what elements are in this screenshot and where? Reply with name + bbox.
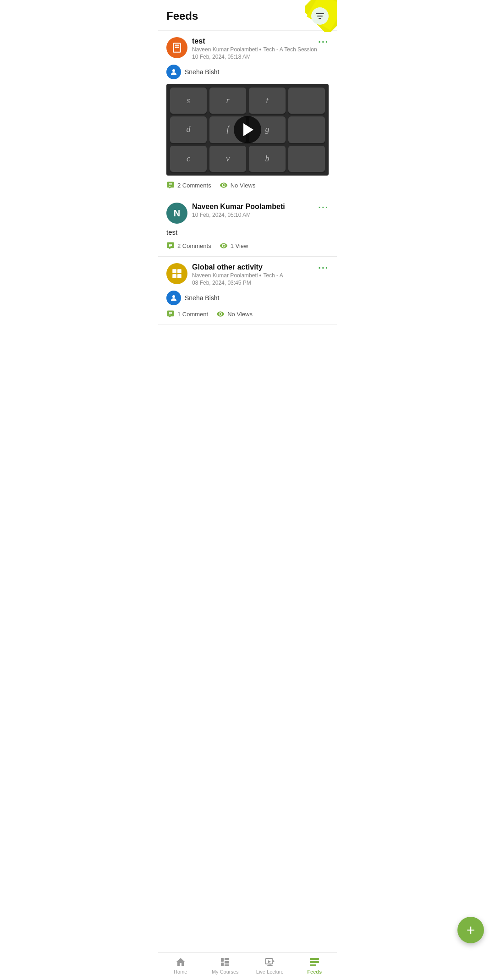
- separator-dot: [259, 275, 261, 276]
- key-blank3: [288, 146, 325, 172]
- comment-icon: [166, 181, 175, 189]
- feed-meta: Global other activity Naveen Kumar Poola…: [192, 263, 283, 286]
- svg-rect-4: [172, 269, 176, 273]
- play-triangle-icon: [243, 123, 253, 136]
- key-b: b: [249, 146, 286, 172]
- feed-stats: 2 Comments No Views: [166, 181, 329, 189]
- separator-dot: [259, 49, 261, 50]
- avatar: N: [166, 203, 187, 224]
- tagged-user-avatar: [166, 291, 181, 305]
- feed-item: N Naveen Kumar Poolambeti 10 Feb, 2024, …: [158, 196, 337, 257]
- video-thumbnail[interactable]: s r t d f g c v b: [166, 84, 329, 176]
- play-button[interactable]: [234, 116, 261, 143]
- avatar-letter: N: [174, 208, 180, 219]
- feed-title: Naveen Kumar Poolambeti: [192, 203, 285, 211]
- views-stat[interactable]: 1 View: [220, 242, 248, 250]
- feed-item: test Naveen Kumar Poolambeti Tech - A Te…: [158, 31, 337, 196]
- feed-title: Global other activity: [192, 263, 283, 271]
- filter-button[interactable]: [311, 7, 329, 25]
- comments-stat[interactable]: 1 Comment: [166, 310, 208, 318]
- feed-header: N Naveen Kumar Poolambeti 10 Feb, 2024, …: [166, 203, 329, 224]
- views-count: 1 View: [231, 242, 248, 249]
- feed-author: Naveen Kumar Poolambeti: [192, 272, 258, 279]
- views-stat[interactable]: No Views: [216, 310, 253, 318]
- feed-item: Global other activity Naveen Kumar Poola…: [158, 257, 337, 325]
- feed-channel: Tech - A: [263, 272, 283, 279]
- tagged-user-row: Sneha Bisht: [166, 291, 329, 305]
- filter-icon: [314, 11, 325, 22]
- feed-avatar-info: test Naveen Kumar Poolambeti Tech - A Te…: [166, 37, 317, 60]
- key-c: c: [170, 146, 207, 172]
- comments-stat[interactable]: 2 Comments: [166, 242, 211, 250]
- feed-stats: 1 Comment No Views: [166, 310, 329, 318]
- page-title: Feeds: [166, 10, 198, 22]
- more-options-button[interactable]: ···: [318, 263, 329, 272]
- feed-date: 08 Feb, 2024, 03:45 PM: [192, 280, 283, 286]
- eye-icon: [220, 242, 228, 250]
- tagged-user-row: Sneha Bisht: [166, 65, 329, 79]
- comments-count: 2 Comments: [177, 242, 211, 249]
- feed-header: test Naveen Kumar Poolambeti Tech - A Te…: [166, 37, 329, 60]
- feed-subtitle: Naveen Kumar Poolambeti Tech - A: [192, 272, 283, 279]
- tagged-user-avatar: [166, 65, 181, 79]
- person-icon: [170, 68, 178, 76]
- key-t: t: [249, 88, 286, 114]
- comments-count: 1 Comment: [177, 311, 208, 318]
- page-header: Feeds: [158, 0, 337, 31]
- comment-icon: [166, 242, 175, 250]
- key-v: v: [209, 146, 246, 172]
- more-options-button[interactable]: ···: [318, 37, 329, 46]
- tagged-user-name: Sneha Bisht: [185, 68, 220, 76]
- activity-icon: [171, 268, 183, 280]
- key-r: r: [209, 88, 246, 114]
- header-actions: [311, 7, 329, 25]
- avatar: [166, 263, 187, 284]
- feed-content: test: [166, 228, 329, 236]
- feed-channel: Tech - A Tech Session: [263, 46, 317, 53]
- feed-meta: Naveen Kumar Poolambeti 10 Feb, 2024, 05…: [192, 203, 285, 218]
- feed-stats: 2 Comments 1 View: [166, 242, 329, 250]
- book-icon: [171, 42, 183, 54]
- comments-count: 2 Comments: [177, 182, 211, 189]
- eye-icon: [220, 181, 228, 189]
- key-d: d: [170, 116, 207, 143]
- feed-subtitle: Naveen Kumar Poolambeti Tech - A Tech Se…: [192, 46, 317, 53]
- more-options-button[interactable]: ···: [318, 203, 329, 212]
- feed-author: Naveen Kumar Poolambeti: [192, 46, 258, 53]
- svg-rect-7: [177, 274, 182, 278]
- svg-rect-6: [172, 274, 176, 278]
- feed-avatar-info: N Naveen Kumar Poolambeti 10 Feb, 2024, …: [166, 203, 285, 224]
- tagged-user-name: Sneha Bisht: [185, 294, 220, 302]
- views-stat[interactable]: No Views: [220, 181, 256, 189]
- feed-meta: test Naveen Kumar Poolambeti Tech - A Te…: [192, 37, 317, 60]
- key-s: s: [170, 88, 207, 114]
- svg-point-8: [172, 295, 175, 298]
- comment-icon: [166, 310, 175, 318]
- views-count: No Views: [227, 311, 253, 318]
- key-blank2: [288, 116, 325, 143]
- eye-icon: [216, 310, 225, 318]
- feed-date: 10 Feb, 2024, 05:10 AM: [192, 212, 285, 218]
- svg-rect-5: [177, 269, 182, 273]
- key-blank1: [288, 88, 325, 114]
- person-icon: [170, 294, 178, 302]
- feed-header: Global other activity Naveen Kumar Poola…: [166, 263, 329, 286]
- svg-point-3: [172, 69, 175, 72]
- feed-date: 10 Feb, 2024, 05:18 AM: [192, 54, 317, 60]
- views-count: No Views: [231, 182, 256, 189]
- feed-avatar-info: Global other activity Naveen Kumar Poola…: [166, 263, 283, 286]
- feed-title: test: [192, 37, 317, 45]
- comments-stat[interactable]: 2 Comments: [166, 181, 211, 189]
- avatar: [166, 37, 187, 58]
